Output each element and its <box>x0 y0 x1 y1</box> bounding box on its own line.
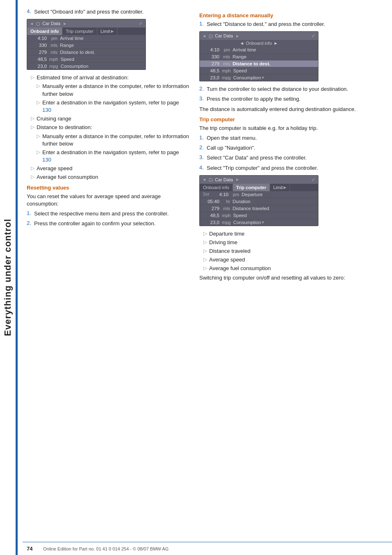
cd-label-2-range: Range <box>233 54 247 59</box>
car-data-widget-1: ◄ ▢ Car Data ► ✓ Onboard info Trip compu… <box>27 19 146 70</box>
cd-row-2-arrival: 4:10 pm Arrival time <box>200 46 318 53</box>
bullet-text-arrival: Estimated time of arrival at destination… <box>37 74 129 81</box>
cd-label-arrival-1: Arrival time <box>60 36 84 41</box>
trip-step-3: 3. Select "Car Data" and press the contr… <box>199 154 386 162</box>
cd-subheader-title-2: Onboard info <box>246 41 272 46</box>
cd-row-speed-1: 48,5 mph Speed <box>27 56 145 63</box>
cd-header-right-2: ► <box>235 34 240 38</box>
cd-tab-onboard-1[interactable]: Onboard info <box>27 28 62 35</box>
link-130-1[interactable]: 130 <box>42 107 51 113</box>
cd-row-2-speed: 48,5 mph Speed <box>200 67 318 74</box>
left-column: 4. Select "Onboard info" and press the c… <box>23 0 195 555</box>
cd-scroll-indicator-2: ▼ <box>261 76 265 80</box>
cd-header-2: ◄ ▢ Car Data ► ✓ <box>200 32 318 40</box>
cd-unit-3-consump: mpg <box>219 220 233 225</box>
cd-val-3-dep: 4:10 <box>212 192 228 197</box>
trip-bullet-dep: ▷ Departure time <box>203 230 386 238</box>
bullet-text-distance: Distance to destination: <box>37 124 92 131</box>
cd-unit-2-arrival: pm <box>219 47 233 52</box>
cd-val-2-range: 330 <box>203 54 219 59</box>
cd-val-speed-1: 48,5 <box>30 57 47 62</box>
trip-bullet-dist: ▷ Distance traveled <box>203 247 386 255</box>
cd-unit-3-dur: hr <box>219 199 233 204</box>
reset-step-2-num: 2. <box>27 220 34 226</box>
cd-val-dist-1: 279 <box>30 50 47 55</box>
bullet-arrow-cruising: ▷ <box>31 116 37 121</box>
cd-label-dist-1: Distance to dest. <box>60 50 95 55</box>
cd-subheader-right-2: ► <box>274 41 278 46</box>
cd-tab-limit-1[interactable]: Limit <box>97 28 118 35</box>
bullet-text-avg-speed: Average speed <box>37 165 72 172</box>
trip-step-3-text: Select "Car Data" and press the controll… <box>207 154 307 162</box>
trip-arrow-fuel: ▷ <box>203 265 209 271</box>
cd-val-2-consump: 23,0 <box>203 75 219 80</box>
footer-text: Online Edition for Part no. 01 41 0 014 … <box>43 546 168 551</box>
cd-row-2-dist: 279 mls Distance to dest. <box>200 60 318 67</box>
cd-label-3-consump: Consumption <box>233 220 261 225</box>
trip-text-speed: Average speed <box>209 256 245 264</box>
cd-header-check-2: ✓ <box>311 33 316 39</box>
step-4: 4. Select "Onboard info" and press the c… <box>27 8 189 16</box>
cd-val-2-speed: 48,5 <box>203 68 219 73</box>
cd-row-3-dist: 279 mls Distance traveled <box>200 205 318 212</box>
page-footer: 74 Online Edition for Part no. 01 41 0 0… <box>23 542 392 555</box>
cd-header-3: ◄ ▢ Car Data ► ✓ <box>200 176 318 184</box>
cd-row-3-consump: 23,0 mpg Consumption ▼ <box>200 219 318 226</box>
cd-unit-consump-1: mpg <box>47 64 60 69</box>
bullet-arrow-dist-sub2: ▷ <box>37 149 42 155</box>
entering-step-1-text: Select "Distance to dest." and press the… <box>207 21 325 28</box>
resetting-para: You can reset the values for average spe… <box>27 193 189 208</box>
reset-step-1: 1. Select the respective menu item and p… <box>27 210 189 217</box>
entering-step-1: 1. Select "Distance to dest." and press … <box>199 21 386 28</box>
cd-unit-3-dep: pm <box>228 192 242 197</box>
cd-row-range-1: 330 mls Range <box>27 42 145 49</box>
bullet-text-dist-sub1: Manually enter a distance in the compute… <box>42 133 189 148</box>
entering-step-2-text: Turn the controller to select the distan… <box>207 86 348 93</box>
trip-arrow-dist: ▷ <box>203 248 209 254</box>
cd-label-consump-1: Consumption <box>60 64 88 69</box>
car-data-widget-2: ◄ ▢ Car Data ► ✓ ◄ Onboard info ► 4:10 p… <box>199 31 318 81</box>
cd-unit-dist-1: mls <box>47 50 60 55</box>
cd-label-3-dist: Distance traveled <box>233 206 269 211</box>
cd-tab-trip-1[interactable]: Trip computer <box>62 28 97 35</box>
bullet-list-arrival: ▷ Estimated time of arrival at destinati… <box>31 74 189 181</box>
bullet-dist-sub2: ▷ Enter a destination in the navigation … <box>37 149 189 164</box>
cd-header-left-2: ◄ <box>202 34 206 38</box>
cd-unit-3-speed: mph <box>219 213 233 218</box>
trip-text-dist: Distance traveled <box>209 247 250 255</box>
trip-step-1-num: 1. <box>199 134 207 141</box>
bullet-text-sub1: Manually enter a distance in the compute… <box>42 83 189 97</box>
reset-step-1-num: 1. <box>27 210 34 216</box>
step-4-text: Select "Onboard info" and press the cont… <box>34 8 144 16</box>
cd-tab-onboard-3[interactable]: Onboard info <box>200 184 233 191</box>
cd-label-2-consump: Consumption <box>233 75 261 80</box>
cd-tab-limit-3[interactable]: Limit <box>270 184 290 191</box>
entering-heading: Entering a distance manually <box>199 12 386 18</box>
trip-para: The trip computer is suitable e.g. for a… <box>199 125 386 132</box>
trip-step-4-text: Select "Trip computer" and press the con… <box>207 164 318 172</box>
cd-row-arrival-1: 4:10 pm Arrival time <box>27 35 145 42</box>
bullet-text-cruising: Cruising range <box>37 115 71 123</box>
cd-val-2-dist: 279 <box>203 61 219 66</box>
sidebar-text: Everything under control <box>2 219 13 336</box>
cd-scroll-indicator-3: ▼ <box>261 220 265 224</box>
cd-label-speed-1: Speed <box>60 57 74 62</box>
trip-step-2-num: 2. <box>199 144 207 150</box>
entering-step-1-num: 1. <box>199 21 207 27</box>
reset-step-2: 2. Press the controller again to confirm… <box>27 220 189 227</box>
cd-label-range-1: Range <box>60 43 74 48</box>
cd-unit-speed-1: mph <box>47 57 60 62</box>
cd-row-3-dep: Set 4:10 pm Departure <box>200 191 318 198</box>
cd-unit-2-speed: mph <box>219 68 233 73</box>
entering-step-3-num: 3. <box>199 95 207 102</box>
car-data-icon-2: ▢ <box>209 34 212 38</box>
cd-header-left-arrow-1: ◄ <box>30 21 34 26</box>
link-130-2[interactable]: 130 <box>42 157 51 163</box>
cd-header-left-3: ◄ <box>202 177 206 182</box>
trip-heading: Trip computer <box>199 116 386 123</box>
trip-step-4: 4. Select "Trip computer" and press the … <box>199 164 386 172</box>
right-column: Entering a distance manually 1. Select "… <box>195 0 392 555</box>
cd-header-1: ◄ ▢ Car Data ► ✓ <box>27 19 145 28</box>
cd-tab-trip-3[interactable]: Trip computer <box>233 184 270 191</box>
cd-unit-2-consump: mpg <box>219 75 233 80</box>
